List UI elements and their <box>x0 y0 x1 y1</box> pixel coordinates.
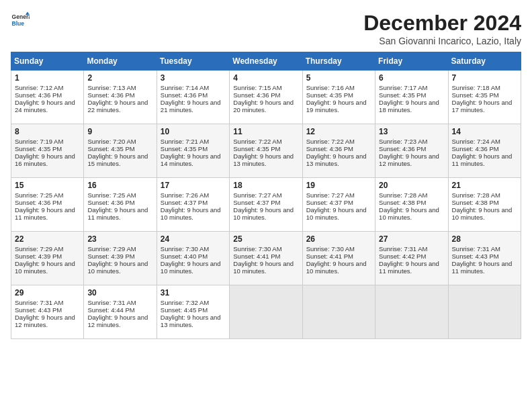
sunrise-label: Sunrise: 7:31 AM <box>379 245 427 253</box>
day-number: 23 <box>87 234 152 244</box>
sunrise-label: Sunrise: 7:26 AM <box>161 191 209 199</box>
day-number: 4 <box>233 73 298 83</box>
sunset-label: Sunset: 4:41 PM <box>233 253 280 260</box>
daylight-label: Daylight: 9 hours and 10 minutes. <box>161 260 221 275</box>
header-row: SundayMondayTuesdayWednesdayThursdayFrid… <box>11 52 521 71</box>
daylight-label: Daylight: 9 hours and 12 minutes. <box>379 152 439 167</box>
day-number: 1 <box>15 73 80 83</box>
daylight-label: Daylight: 9 hours and 22 minutes. <box>87 99 148 113</box>
day-cell: 27Sunrise: 7:31 AMSunset: 4:42 PMDayligh… <box>375 232 448 285</box>
daylight-label: Daylight: 9 hours and 10 minutes. <box>15 260 75 275</box>
sunset-label: Sunset: 4:38 PM <box>452 199 499 206</box>
day-number: 16 <box>87 181 152 190</box>
sunset-label: Sunset: 4:45 PM <box>161 306 208 314</box>
day-number: 7 <box>452 73 517 83</box>
day-cell: 26Sunrise: 7:30 AMSunset: 4:41 PMDayligh… <box>302 232 375 285</box>
day-number: 15 <box>15 181 80 190</box>
sunrise-label: Sunrise: 7:29 AM <box>87 245 136 253</box>
daylight-label: Daylight: 9 hours and 17 minutes. <box>452 99 513 113</box>
daylight-label: Daylight: 9 hours and 19 minutes. <box>306 99 367 113</box>
day-number: 24 <box>161 234 226 244</box>
daylight-label: Daylight: 9 hours and 13 minutes. <box>306 152 367 167</box>
day-cell: 30Sunrise: 7:31 AMSunset: 4:44 PMDayligh… <box>84 285 157 339</box>
sunset-label: Sunset: 4:35 PM <box>452 91 499 99</box>
sunset-label: Sunset: 4:36 PM <box>161 91 208 99</box>
day-cell: 25Sunrise: 7:30 AMSunset: 4:41 PMDayligh… <box>230 232 302 285</box>
daylight-label: Daylight: 9 hours and 10 minutes. <box>87 260 148 275</box>
sunset-label: Sunset: 4:43 PM <box>452 253 499 260</box>
sunrise-label: Sunrise: 7:12 AM <box>15 84 63 91</box>
calendar-subtitle: San Giovanni Incarico, Lazio, Italy <box>363 36 521 46</box>
day-header-tuesday: Tuesday <box>157 52 229 71</box>
calendar-title: December 2024 <box>363 11 521 36</box>
day-header-friday: Friday <box>375 52 448 71</box>
day-number: 25 <box>233 234 298 244</box>
sunrise-label: Sunrise: 7:27 AM <box>306 191 355 199</box>
sunrise-label: Sunrise: 7:28 AM <box>379 191 427 199</box>
day-cell: 2Sunrise: 7:13 AMSunset: 4:36 PMDaylight… <box>84 71 157 124</box>
day-cell: 7Sunrise: 7:18 AMSunset: 4:35 PMDaylight… <box>448 71 521 124</box>
day-cell: 31Sunrise: 7:32 AMSunset: 4:45 PMDayligh… <box>157 285 229 339</box>
day-number: 29 <box>15 288 80 298</box>
sunset-label: Sunset: 4:36 PM <box>87 199 134 206</box>
daylight-label: Daylight: 9 hours and 10 minutes. <box>233 260 294 275</box>
day-number: 8 <box>15 127 80 136</box>
day-cell: 12Sunrise: 7:22 AMSunset: 4:36 PMDayligh… <box>302 124 375 178</box>
daylight-label: Daylight: 9 hours and 12 minutes. <box>15 314 75 328</box>
daylight-label: Daylight: 9 hours and 24 minutes. <box>15 99 75 113</box>
sunset-label: Sunset: 4:37 PM <box>161 199 208 206</box>
day-number: 27 <box>379 234 444 244</box>
sunrise-label: Sunrise: 7:14 AM <box>161 84 209 91</box>
sunrise-label: Sunrise: 7:24 AM <box>452 138 500 145</box>
sunset-label: Sunset: 4:39 PM <box>15 253 62 260</box>
sunrise-label: Sunrise: 7:32 AM <box>161 299 209 306</box>
week-row-3: 15Sunrise: 7:25 AMSunset: 4:36 PMDayligh… <box>11 178 521 232</box>
sunrise-label: Sunrise: 7:30 AM <box>306 245 355 253</box>
day-cell: 24Sunrise: 7:30 AMSunset: 4:40 PMDayligh… <box>157 232 229 285</box>
day-number: 10 <box>161 127 226 136</box>
sunset-label: Sunset: 4:35 PM <box>15 145 62 152</box>
day-cell: 23Sunrise: 7:29 AMSunset: 4:39 PMDayligh… <box>84 232 157 285</box>
sunset-label: Sunset: 4:36 PM <box>306 145 353 152</box>
sunrise-label: Sunrise: 7:13 AM <box>87 84 136 91</box>
day-number: 11 <box>233 127 298 136</box>
daylight-label: Daylight: 9 hours and 20 minutes. <box>233 99 294 113</box>
sunset-label: Sunset: 4:36 PM <box>452 145 499 152</box>
sunrise-label: Sunrise: 7:16 AM <box>306 84 355 91</box>
logo-icon: General Blue <box>11 11 30 30</box>
day-cell: 8Sunrise: 7:19 AMSunset: 4:35 PMDaylight… <box>11 124 84 178</box>
day-number: 28 <box>452 234 517 244</box>
sunset-label: Sunset: 4:36 PM <box>15 91 62 99</box>
day-cell: 20Sunrise: 7:28 AMSunset: 4:38 PMDayligh… <box>375 178 448 232</box>
day-cell: 5Sunrise: 7:16 AMSunset: 4:35 PMDaylight… <box>302 71 375 124</box>
daylight-label: Daylight: 9 hours and 16 minutes. <box>15 152 75 167</box>
day-cell: 6Sunrise: 7:17 AMSunset: 4:35 PMDaylight… <box>375 71 448 124</box>
week-row-2: 8Sunrise: 7:19 AMSunset: 4:35 PMDaylight… <box>11 124 521 178</box>
daylight-label: Daylight: 9 hours and 11 minutes. <box>452 260 513 275</box>
sunrise-label: Sunrise: 7:30 AM <box>161 245 209 253</box>
sunrise-label: Sunrise: 7:29 AM <box>15 245 63 253</box>
svg-text:Blue: Blue <box>12 20 25 27</box>
day-header-monday: Monday <box>84 52 157 71</box>
sunrise-label: Sunrise: 7:31 AM <box>87 299 136 306</box>
day-cell: 1Sunrise: 7:12 AMSunset: 4:36 PMDaylight… <box>11 71 84 124</box>
sunset-label: Sunset: 4:35 PM <box>379 91 426 99</box>
sunset-label: Sunset: 4:36 PM <box>15 199 62 206</box>
header: General Blue December 2024 San Giovanni … <box>11 11 521 46</box>
logo: General Blue <box>11 11 30 30</box>
day-cell: 29Sunrise: 7:31 AMSunset: 4:43 PMDayligh… <box>11 285 84 339</box>
sunset-label: Sunset: 4:35 PM <box>161 145 208 152</box>
day-cell: 11Sunrise: 7:22 AMSunset: 4:35 PMDayligh… <box>230 124 302 178</box>
day-number: 13 <box>379 127 444 136</box>
sunrise-label: Sunrise: 7:31 AM <box>15 299 63 306</box>
day-number: 3 <box>161 73 226 83</box>
sunrise-label: Sunrise: 7:30 AM <box>233 245 281 253</box>
sunset-label: Sunset: 4:36 PM <box>379 145 426 152</box>
sunrise-label: Sunrise: 7:18 AM <box>452 84 500 91</box>
day-cell: 22Sunrise: 7:29 AMSunset: 4:39 PMDayligh… <box>11 232 84 285</box>
sunset-label: Sunset: 4:44 PM <box>87 306 134 314</box>
day-header-saturday: Saturday <box>448 52 521 71</box>
sunrise-label: Sunrise: 7:25 AM <box>87 191 136 199</box>
sunset-label: Sunset: 4:38 PM <box>379 199 426 206</box>
day-number: 31 <box>161 288 226 298</box>
